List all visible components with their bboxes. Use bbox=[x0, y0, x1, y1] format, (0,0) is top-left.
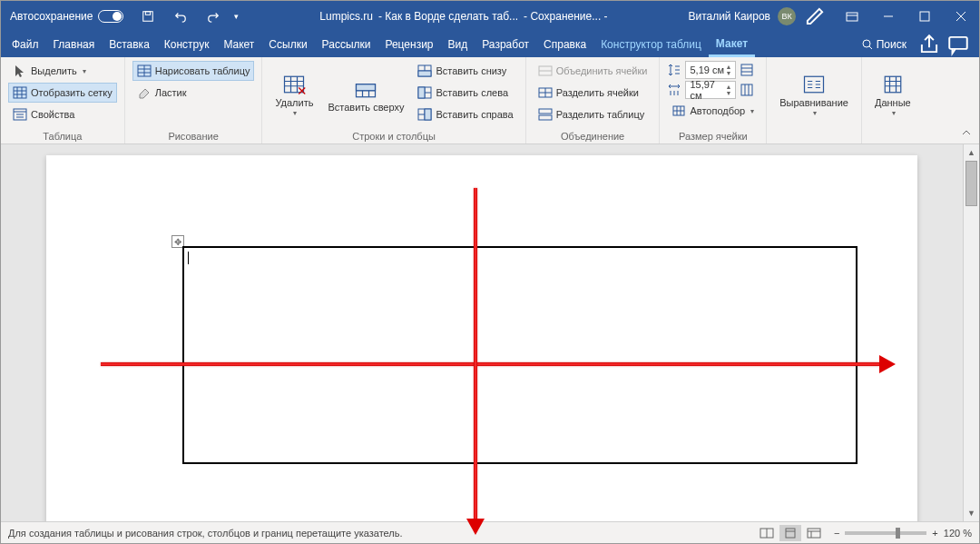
read-mode-icon[interactable] bbox=[756, 525, 778, 541]
text-cursor bbox=[188, 252, 189, 264]
document-area: ✥ ▲ ▼ bbox=[1, 144, 979, 521]
tab-layout[interactable]: Макет bbox=[216, 32, 261, 57]
status-bar: Для создания таблицы и рисования строк, … bbox=[1, 521, 979, 543]
split-table-button[interactable]: Разделить таблицу bbox=[534, 104, 652, 124]
group-draw: Нарисовать таблицу Ластик Рисование bbox=[125, 57, 263, 143]
svg-rect-0 bbox=[143, 12, 153, 22]
group-merge-label: Объединение bbox=[534, 129, 652, 142]
data-label: Данные bbox=[875, 97, 911, 109]
svg-rect-6 bbox=[14, 87, 26, 98]
minimize-button[interactable] bbox=[870, 1, 906, 32]
insert-left-button[interactable]: Вставить слева bbox=[413, 83, 517, 103]
group-merge: Объединить ячейки Разделить ячейки Разде… bbox=[526, 57, 661, 143]
comments-icon[interactable] bbox=[946, 35, 970, 54]
distribute-rows-icon[interactable] bbox=[740, 63, 754, 77]
distribute-cols-icon[interactable] bbox=[740, 83, 754, 97]
delete-button[interactable]: Удалить▾ bbox=[270, 61, 318, 129]
group-table: Выделить▾ Отобразить сетку Свойства Табл… bbox=[1, 57, 125, 143]
search-label: Поиск bbox=[877, 38, 906, 51]
col-width-input[interactable]: 15,97 см▲▼ bbox=[685, 81, 736, 99]
group-cellsize-label: Размер ячейки bbox=[667, 129, 759, 142]
zoom-out-button[interactable]: − bbox=[834, 528, 839, 539]
svg-rect-22 bbox=[741, 64, 752, 75]
zoom-value[interactable]: 120 % bbox=[944, 528, 972, 539]
draw-table-button[interactable]: Нарисовать таблицу bbox=[132, 61, 255, 81]
autosave-toggle[interactable]: Автосохранение bbox=[10, 10, 123, 23]
page[interactable]: ✥ bbox=[46, 155, 917, 521]
alignment-button[interactable]: Выравнивание▾ bbox=[774, 61, 854, 129]
properties-button[interactable]: Свойства bbox=[8, 104, 117, 124]
document-title: Lumpics.ru - Как в Ворде сделать таб... … bbox=[239, 10, 688, 23]
col-width-icon bbox=[667, 83, 681, 97]
share-icon[interactable] bbox=[917, 35, 941, 54]
toggle-switch-icon[interactable] bbox=[98, 10, 123, 23]
insert-right-button[interactable]: Вставить справа bbox=[413, 104, 517, 124]
select-button[interactable]: Выделить▾ bbox=[8, 61, 117, 81]
svg-rect-23 bbox=[741, 84, 752, 95]
tab-help[interactable]: Справка bbox=[536, 32, 593, 57]
autofit-button[interactable]: Автоподбор▾ bbox=[667, 101, 759, 121]
height-value: 5,19 см bbox=[690, 64, 724, 75]
avatar: ВК bbox=[778, 7, 796, 25]
autosave-label: Автосохранение bbox=[10, 10, 93, 23]
alignment-label: Выравнивание bbox=[779, 97, 848, 109]
select-label: Выделить bbox=[31, 65, 77, 76]
status-hint: Для создания таблицы и рисования строк, … bbox=[8, 528, 403, 539]
tab-references[interactable]: Ссылки bbox=[261, 32, 314, 57]
svg-rect-20 bbox=[539, 109, 552, 114]
group-draw-label: Рисование bbox=[132, 129, 255, 142]
insert-below-button[interactable]: Вставить снизу bbox=[413, 61, 517, 81]
quick-access-toolbar: ▾ bbox=[136, 7, 239, 25]
table-cell[interactable] bbox=[182, 246, 858, 464]
undo-icon[interactable] bbox=[169, 7, 192, 25]
tab-insert[interactable]: Вставка bbox=[102, 32, 157, 57]
tab-review[interactable]: Рецензир bbox=[377, 32, 440, 57]
zoom-slider[interactable] bbox=[845, 531, 926, 535]
svg-rect-17 bbox=[425, 109, 431, 120]
print-layout-icon[interactable] bbox=[779, 525, 801, 541]
data-button[interactable]: Данные▾ bbox=[869, 61, 916, 129]
close-button[interactable] bbox=[943, 1, 979, 32]
row-height-input[interactable]: 5,19 см▲▼ bbox=[685, 61, 736, 79]
maximize-button[interactable] bbox=[906, 1, 943, 32]
delete-label: Удалить bbox=[275, 97, 313, 109]
group-rowscols-label: Строки и столбцы bbox=[270, 129, 517, 142]
view-gridlines-button[interactable]: Отобразить сетку bbox=[8, 83, 117, 103]
tab-home[interactable]: Главная bbox=[46, 32, 103, 57]
svg-rect-25 bbox=[805, 76, 824, 93]
pen-icon[interactable] bbox=[803, 7, 827, 25]
tab-table-design[interactable]: Конструктор таблиц bbox=[593, 32, 709, 57]
insert-above-label: Вставить сверху bbox=[328, 102, 404, 114]
scroll-thumb[interactable] bbox=[965, 161, 977, 206]
tab-view[interactable]: Вид bbox=[441, 32, 475, 57]
svg-rect-29 bbox=[808, 529, 820, 538]
tab-table-layout[interactable]: Макет bbox=[709, 32, 755, 57]
eraser-button[interactable]: Ластик bbox=[132, 83, 255, 103]
split-cells-button[interactable]: Разделить ячейки bbox=[534, 83, 652, 103]
vertical-scrollbar[interactable]: ▲ ▼ bbox=[963, 144, 979, 521]
search-box[interactable]: Поиск bbox=[857, 38, 912, 51]
collapse-ribbon-icon[interactable] bbox=[954, 124, 979, 143]
tab-file[interactable]: Файл bbox=[5, 32, 46, 57]
user-account[interactable]: Виталий Каиров ВК bbox=[688, 7, 827, 25]
insert-left-label: Вставить слева bbox=[436, 87, 508, 98]
tab-developer[interactable]: Разработ bbox=[475, 32, 536, 57]
svg-rect-13 bbox=[418, 71, 431, 76]
saving-status: - Сохранение... - bbox=[524, 10, 608, 23]
tab-mailings[interactable]: Рассылки bbox=[315, 32, 378, 57]
zoom-in-button[interactable]: + bbox=[932, 528, 937, 539]
draw-table-label: Нарисовать таблицу bbox=[155, 65, 250, 76]
redo-icon[interactable] bbox=[201, 7, 225, 25]
ribbon-mode-icon[interactable] bbox=[834, 1, 870, 32]
ribbon-tabs: Файл Главная Вставка Конструк Макет Ссыл… bbox=[1, 32, 979, 57]
insert-above-button[interactable]: Вставить сверху bbox=[322, 61, 409, 129]
scroll-up-icon[interactable]: ▲ bbox=[964, 144, 979, 161]
save-icon[interactable] bbox=[136, 7, 160, 25]
web-layout-icon[interactable] bbox=[803, 525, 825, 541]
svg-rect-5 bbox=[949, 37, 967, 49]
scroll-down-icon[interactable]: ▼ bbox=[964, 505, 979, 521]
svg-rect-28 bbox=[786, 529, 795, 538]
tab-design[interactable]: Конструк bbox=[157, 32, 217, 57]
eraser-label: Ластик bbox=[155, 87, 187, 98]
split-table-label: Разделить таблицу bbox=[556, 109, 645, 120]
